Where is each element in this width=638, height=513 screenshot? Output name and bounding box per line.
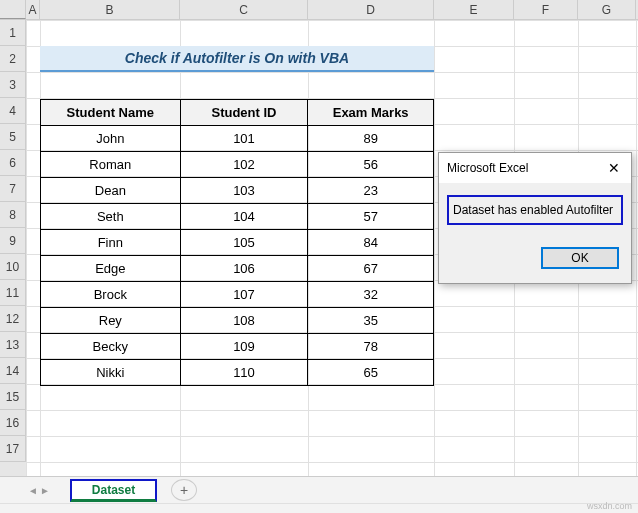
- cell-name[interactable]: Finn: [41, 230, 181, 256]
- cell-id[interactable]: 105: [180, 230, 308, 256]
- sheet-tab-strip: ◄ ► Dataset +: [0, 476, 638, 503]
- table-header-row: Student Name Student ID Exam Marks: [41, 100, 434, 126]
- col-header-a[interactable]: A: [26, 0, 40, 19]
- table-row[interactable]: Dean10323: [41, 178, 434, 204]
- cell-name[interactable]: Edge: [41, 256, 181, 282]
- table-row[interactable]: Finn10584: [41, 230, 434, 256]
- column-headers-row: ABCDEFG: [0, 0, 638, 20]
- row-header-11[interactable]: 11: [0, 280, 26, 306]
- cell-id[interactable]: 104: [180, 204, 308, 230]
- table-row[interactable]: Becky10978: [41, 334, 434, 360]
- cell-marks[interactable]: 65: [308, 360, 434, 386]
- col-header-g[interactable]: G: [578, 0, 636, 19]
- plus-icon: +: [180, 482, 188, 498]
- table-row[interactable]: Edge10667: [41, 256, 434, 282]
- cell-marks[interactable]: 56: [308, 152, 434, 178]
- dialog-body: Dataset has enabled Autofilter: [439, 183, 631, 237]
- col-header-d[interactable]: D: [308, 0, 434, 19]
- cell-marks[interactable]: 57: [308, 204, 434, 230]
- cell-id[interactable]: 102: [180, 152, 308, 178]
- row-headers: 1234567891011121314151617: [0, 20, 26, 476]
- dialog-message: Dataset has enabled Autofilter: [447, 195, 623, 225]
- cell-name[interactable]: Rey: [41, 308, 181, 334]
- row-header-9[interactable]: 9: [0, 228, 26, 254]
- cell-id[interactable]: 109: [180, 334, 308, 360]
- title-text: Check if Autofilter is On with VBA: [125, 50, 349, 66]
- row-header-2[interactable]: 2: [0, 46, 26, 72]
- cell-id[interactable]: 110: [180, 360, 308, 386]
- row-header-10[interactable]: 10: [0, 254, 26, 280]
- row-header-7[interactable]: 7: [0, 176, 26, 202]
- chevron-right-icon[interactable]: ►: [40, 485, 50, 496]
- cell-id[interactable]: 103: [180, 178, 308, 204]
- cell-marks[interactable]: 84: [308, 230, 434, 256]
- table-row[interactable]: Roman10256: [41, 152, 434, 178]
- status-bar: [0, 503, 638, 513]
- table-row[interactable]: Brock10732: [41, 282, 434, 308]
- cell-marks[interactable]: 67: [308, 256, 434, 282]
- sheet-tab-dataset[interactable]: Dataset: [70, 479, 157, 502]
- cell-name[interactable]: Becky: [41, 334, 181, 360]
- cell-marks[interactable]: 35: [308, 308, 434, 334]
- col-header-c[interactable]: C: [180, 0, 308, 19]
- table-body: John10189Roman10256Dean10323Seth10457Fin…: [41, 126, 434, 386]
- header-marks[interactable]: Exam Marks: [308, 100, 434, 126]
- row-header-13[interactable]: 13: [0, 332, 26, 358]
- tab-nav[interactable]: ◄ ►: [28, 485, 50, 496]
- sheet-tab-label: Dataset: [92, 483, 135, 497]
- row-header-14[interactable]: 14: [0, 358, 26, 384]
- cell-name[interactable]: Dean: [41, 178, 181, 204]
- cell-name[interactable]: Roman: [41, 152, 181, 178]
- cell-marks[interactable]: 89: [308, 126, 434, 152]
- col-header-e[interactable]: E: [434, 0, 514, 19]
- cell-id[interactable]: 107: [180, 282, 308, 308]
- cell-name[interactable]: Brock: [41, 282, 181, 308]
- title-banner: Check if Autofilter is On with VBA: [40, 46, 434, 72]
- row-header-4[interactable]: 4: [0, 98, 26, 124]
- cell-id[interactable]: 106: [180, 256, 308, 282]
- cell-marks[interactable]: 78: [308, 334, 434, 360]
- row-header-5[interactable]: 5: [0, 124, 26, 150]
- cell-name[interactable]: Seth: [41, 204, 181, 230]
- dialog-title-text: Microsoft Excel: [447, 161, 528, 175]
- cell-id[interactable]: 108: [180, 308, 308, 334]
- row-header-1[interactable]: 1: [0, 20, 26, 46]
- cell-name[interactable]: John: [41, 126, 181, 152]
- cell-name[interactable]: Nikki: [41, 360, 181, 386]
- row-header-17[interactable]: 17: [0, 436, 26, 462]
- data-table: Student Name Student ID Exam Marks John1…: [40, 99, 434, 386]
- row-header-12[interactable]: 12: [0, 306, 26, 332]
- table-row[interactable]: Seth10457: [41, 204, 434, 230]
- select-all-corner[interactable]: [0, 0, 26, 19]
- cell-marks[interactable]: 32: [308, 282, 434, 308]
- row-header-16[interactable]: 16: [0, 410, 26, 436]
- header-name[interactable]: Student Name: [41, 100, 181, 126]
- row-header-3[interactable]: 3: [0, 72, 26, 98]
- table-row[interactable]: John10189: [41, 126, 434, 152]
- cell-marks[interactable]: 23: [308, 178, 434, 204]
- dialog-titlebar[interactable]: Microsoft Excel ✕: [439, 153, 631, 183]
- col-header-f[interactable]: F: [514, 0, 578, 19]
- chevron-left-icon[interactable]: ◄: [28, 485, 38, 496]
- col-header-b[interactable]: B: [40, 0, 180, 19]
- row-header-8[interactable]: 8: [0, 202, 26, 228]
- message-dialog: Microsoft Excel ✕ Dataset has enabled Au…: [438, 152, 632, 284]
- watermark: wsxdn.com: [587, 501, 632, 511]
- dialog-footer: OK: [439, 237, 631, 283]
- table-row[interactable]: Nikki11065: [41, 360, 434, 386]
- table-row[interactable]: Rey10835: [41, 308, 434, 334]
- close-icon[interactable]: ✕: [603, 157, 625, 179]
- ok-button[interactable]: OK: [541, 247, 619, 269]
- add-sheet-button[interactable]: +: [171, 479, 197, 501]
- header-id[interactable]: Student ID: [180, 100, 308, 126]
- row-header-15[interactable]: 15: [0, 384, 26, 410]
- cell-id[interactable]: 101: [180, 126, 308, 152]
- row-header-6[interactable]: 6: [0, 150, 26, 176]
